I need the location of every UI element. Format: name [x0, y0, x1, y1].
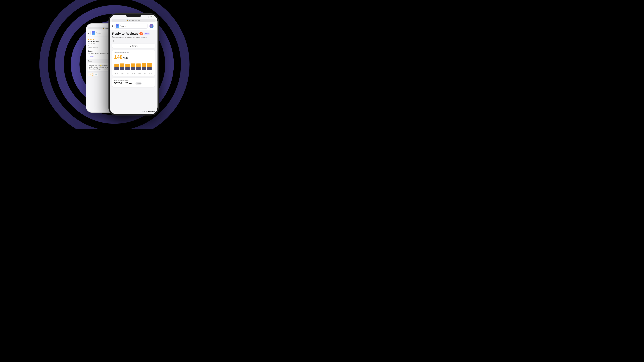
dots-icon	[112, 40, 114, 42]
sort-chevron: ▾	[154, 111, 155, 112]
bar-label-w27: W 27	[131, 73, 136, 74]
svg-rect-8	[114, 67, 119, 70]
response-time-value: 50250 h 25 min	[114, 82, 134, 85]
bar-label-w28: W 28	[137, 73, 142, 74]
svg-rect-10	[120, 67, 124, 70]
svg-point-6	[113, 41, 113, 42]
front-app-name: Flying ...	[120, 25, 126, 27]
back-hamburger-icon[interactable]: ☰	[88, 32, 90, 34]
page-title: Reply to Reviews	[112, 32, 138, 35]
page-title-row: Reply to Reviews AI BETA	[112, 32, 155, 35]
unanswered-total-number: 185	[124, 57, 128, 59]
back-app-icon: ✈	[92, 31, 95, 34]
front-url-bar: 🔒 web.appradar.com	[110, 18, 158, 22]
attachment-icon: 📎	[95, 74, 97, 75]
svg-rect-19	[147, 63, 152, 67]
reply-left-btns: AI 📎	[88, 73, 98, 76]
phones-container: ▐▐▐ WiFi 🔋 🔒 web.appradar.com ☰ ✈ Flyin	[0, 0, 229, 129]
page-subtitle: Read and answer to reviews your app is r…	[112, 36, 155, 38]
filter-icon	[130, 45, 132, 47]
front-app-nav: ≡ ✈ Flying ... ▾ 🔮 ▾	[110, 22, 158, 30]
front-url-inner: 🔒 web.appradar.com	[112, 19, 156, 22]
bar-label-w30: W 30	[148, 73, 153, 74]
ai-badge: AI	[139, 32, 143, 35]
svg-rect-12	[125, 67, 130, 70]
front-page-content: Reply to Reviews AI BETA Read and answer…	[110, 30, 158, 109]
svg-rect-9	[120, 63, 124, 67]
svg-rect-15	[136, 63, 141, 67]
response-time-row: 50250 h 25 min +0 min	[114, 82, 153, 85]
beta-badge: BETA	[144, 32, 150, 35]
bar-labels: W 24 W 25 W 26 W 27 W 28 W 29 W 30	[114, 73, 153, 74]
front-hamburger-icon[interactable]: ≡	[112, 25, 113, 27]
filters-button[interactable]: Filters	[112, 44, 155, 48]
filters-label: Filters	[132, 45, 138, 47]
sort-value: Newest	[148, 111, 154, 113]
bar-label-w24: W 24	[114, 73, 119, 74]
front-wifi-icon: WiFi	[150, 16, 152, 17]
sort-label: Sort by	[142, 111, 148, 113]
phone-notch	[126, 14, 142, 17]
reply-label: Reply	[88, 60, 92, 62]
svg-rect-18	[142, 67, 146, 70]
svg-rect-13	[131, 63, 135, 67]
attachment-button[interactable]: 📎	[94, 73, 98, 76]
front-battery-icon: 🔋	[153, 16, 155, 17]
dots-menu[interactable]	[112, 40, 155, 43]
phone-front: ▐▐▐▐ WiFi 🔋 🔒 web.appradar.com ≡ ✈ Flyi	[108, 13, 159, 115]
front-user-avatar[interactable]: 🔮	[150, 24, 154, 28]
bar-label-w29: W 29	[142, 73, 147, 74]
svg-rect-20	[147, 67, 152, 70]
unanswered-slash: /	[123, 57, 124, 59]
unanswered-main-number: 140	[114, 54, 122, 60]
svg-rect-16	[136, 67, 141, 70]
front-lock-icon: 🔒	[127, 19, 128, 21]
svg-rect-11	[125, 64, 130, 67]
unanswered-reviews-card: Unanswered Reviews 140 / 185	[112, 50, 155, 76]
front-app-selector[interactable]: ✈ Flying ... ▾	[114, 23, 148, 28]
bar-chart-svg	[114, 62, 153, 71]
bar-label-w26: W 26	[126, 73, 130, 74]
back-app-chevron: ▾	[102, 32, 102, 34]
front-signal-icon: ▐▐▐▐	[146, 16, 149, 17]
response-time-card: Avg. Response Time 50250 h 25 min +0 min	[112, 78, 155, 87]
bar-label-w25: W 25	[120, 73, 125, 74]
front-app-chevron: ▾	[127, 25, 127, 27]
front-user-chevron: ▾	[155, 25, 156, 27]
bar-chart	[114, 62, 153, 72]
svg-rect-17	[142, 63, 146, 67]
unanswered-numbers: 140 / 185	[114, 54, 153, 60]
back-app-name: Flying ...	[96, 32, 101, 34]
svg-point-5	[113, 41, 113, 41]
svg-point-4	[113, 40, 113, 40]
front-phone-screen: ▐▐▐▐ WiFi 🔋 🔒 web.appradar.com ≡ ✈ Flyi	[110, 14, 158, 114]
reviewer-name: Super_sid_007	[88, 40, 99, 42]
front-app-icon: ✈	[116, 24, 119, 28]
back-lock-icon: 🔒	[103, 27, 104, 29]
ai-button[interactable]: AI	[88, 73, 93, 76]
response-time-label: Avg. Response Time	[114, 79, 153, 81]
unanswered-label: Unanswered Reviews	[114, 52, 153, 53]
svg-rect-7	[114, 64, 119, 67]
sort-row[interactable]: Sort by Newest ▾	[110, 109, 158, 114]
svg-rect-14	[131, 67, 135, 70]
response-time-delta: +0 min	[136, 82, 142, 84]
front-url-text: web.appradar.com	[129, 19, 140, 21]
